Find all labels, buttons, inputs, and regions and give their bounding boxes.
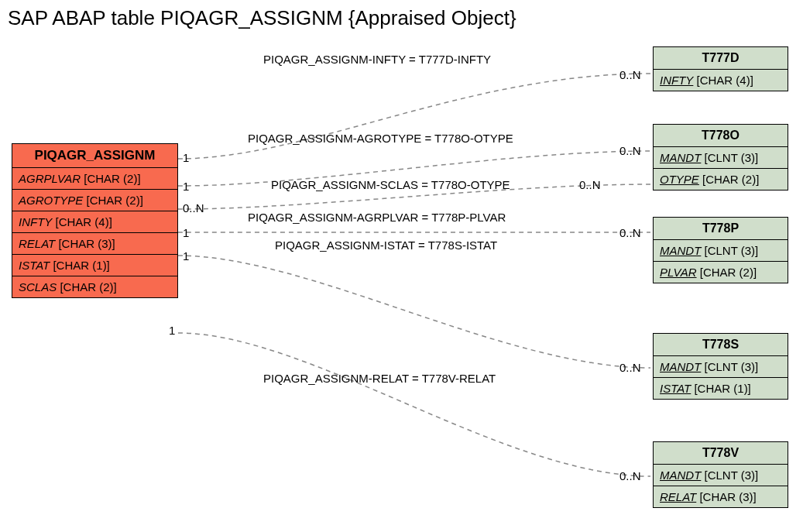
field-name: SCLAS: [19, 280, 57, 293]
cardinality: 0..N: [579, 178, 601, 191]
field-name: RELAT: [19, 237, 55, 250]
field-type: [CLNT (3)]: [705, 244, 759, 257]
cardinality: 0..N: [619, 361, 641, 374]
relation-label: PIQAGR_ASSIGNM-AGRPLVAR = T778P-PLVAR: [248, 211, 506, 224]
entity-t778p: T778P MANDT [CLNT (3)] PLVAR [CHAR (2)]: [653, 217, 788, 283]
relation-label: PIQAGR_ASSIGNM-RELAT = T778V-RELAT: [263, 372, 496, 385]
field-name: OTYPE: [660, 173, 699, 186]
entity-field: RELAT [CHAR (3)]: [654, 486, 788, 507]
cardinality: 0..N: [183, 201, 204, 215]
entity-field: PLVAR [CHAR (2)]: [654, 262, 788, 283]
entity-header: PIQAGR_ASSIGNM: [12, 144, 177, 168]
entity-header: T778P: [654, 218, 788, 240]
entity-field: MANDT [CLNT (3)]: [654, 465, 788, 486]
field-type: [CHAR (4)]: [56, 215, 112, 228]
entity-field: INFTY [CHAR (4)]: [654, 70, 788, 91]
field-type: [CLNT (3)]: [705, 151, 759, 164]
field-type: [CHAR (2)]: [60, 280, 116, 293]
entity-header: T778O: [654, 125, 788, 147]
field-name: ISTAT: [19, 259, 50, 272]
entity-field: INFTY [CHAR (4)]: [12, 211, 177, 233]
entity-field: AGRPLVAR [CHAR (2)]: [12, 168, 177, 190]
field-name: AGRPLVAR: [19, 172, 81, 185]
cardinality: 0..N: [619, 226, 641, 239]
field-type: [CHAR (2)]: [84, 172, 140, 185]
cardinality: 0..N: [619, 68, 641, 81]
diagram-title: SAP ABAP table PIQAGR_ASSIGNM {Appraised…: [8, 6, 516, 30]
entity-t777d: T777D INFTY [CHAR (4)]: [653, 46, 788, 91]
field-name: MANDT: [660, 244, 701, 257]
entity-field: OTYPE [CHAR (2)]: [654, 169, 788, 190]
entity-header: T777D: [654, 47, 788, 70]
cardinality: 0..N: [619, 469, 641, 482]
field-type: [CHAR (4)]: [697, 74, 753, 87]
field-type: [CLNT (3)]: [705, 360, 759, 373]
cardinality: 1: [183, 249, 189, 263]
field-type: [CHAR (2)]: [700, 266, 757, 279]
entity-piqagr-assignm: PIQAGR_ASSIGNM AGRPLVAR [CHAR (2)] AGROT…: [12, 143, 178, 298]
entity-field: AGROTYPE [CHAR (2)]: [12, 190, 177, 211]
field-type: [CLNT (3)]: [705, 469, 759, 482]
field-name: RELAT: [660, 490, 696, 503]
entity-field: RELAT [CHAR (3)]: [12, 233, 177, 255]
field-name: PLVAR: [660, 266, 697, 279]
entity-field: ISTAT [CHAR (1)]: [654, 378, 788, 399]
field-name: MANDT: [660, 151, 701, 164]
cardinality: 1: [169, 324, 175, 337]
entity-field: MANDT [CLNT (3)]: [654, 240, 788, 262]
entity-t778s: T778S MANDT [CLNT (3)] ISTAT [CHAR (1)]: [653, 333, 788, 400]
entity-field: ISTAT [CHAR (1)]: [12, 255, 177, 276]
entity-t778o: T778O MANDT [CLNT (3)] OTYPE [CHAR (2)]: [653, 124, 788, 190]
field-name: INFTY: [19, 215, 52, 228]
cardinality: 0..N: [619, 144, 641, 157]
field-type: [CHAR (1)]: [694, 382, 750, 395]
relation-label: PIQAGR_ASSIGNM-AGROTYPE = T778O-OTYPE: [248, 132, 513, 145]
entity-t778v: T778V MANDT [CLNT (3)] RELAT [CHAR (3)]: [653, 441, 788, 508]
field-name: AGROTYPE: [19, 194, 83, 207]
field-name: MANDT: [660, 469, 701, 482]
entity-field: MANDT [CLNT (3)]: [654, 356, 788, 378]
field-type: [CHAR (2)]: [702, 173, 759, 186]
cardinality: 1: [183, 151, 189, 164]
entity-header: T778S: [654, 334, 788, 356]
relation-label: PIQAGR_ASSIGNM-SCLAS = T778O-OTYPE: [271, 178, 510, 191]
relation-label: PIQAGR_ASSIGNM-INFTY = T777D-INFTY: [263, 53, 491, 66]
cardinality: 1: [183, 226, 189, 239]
cardinality: 1: [183, 180, 189, 193]
field-name: ISTAT: [660, 382, 691, 395]
field-name: INFTY: [660, 74, 693, 87]
entity-field: SCLAS [CHAR (2)]: [12, 276, 177, 297]
field-type: [CHAR (3)]: [58, 237, 115, 250]
field-type: [CHAR (3)]: [699, 490, 756, 503]
relation-label: PIQAGR_ASSIGNM-ISTAT = T778S-ISTAT: [275, 239, 497, 252]
field-name: MANDT: [660, 360, 701, 373]
field-type: [CHAR (1)]: [53, 259, 109, 272]
entity-header: T778V: [654, 442, 788, 465]
entity-field: MANDT [CLNT (3)]: [654, 147, 788, 169]
field-type: [CHAR (2)]: [87, 194, 143, 207]
